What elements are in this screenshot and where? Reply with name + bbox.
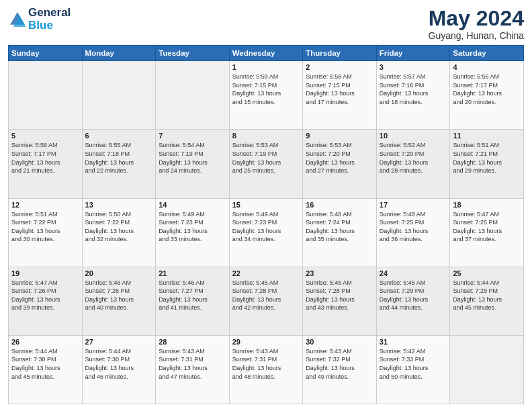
day-number: 13 (85, 201, 153, 209)
subtitle: Guyang, Hunan, China (429, 30, 524, 41)
day-number: 26 (11, 338, 79, 346)
calendar-cell (156, 61, 230, 130)
logo-line1: General (28, 7, 71, 19)
day-info: Sunrise: 5:51 AM Sunset: 7:22 PM Dayligh… (11, 210, 79, 244)
day-number: 24 (380, 269, 447, 277)
calendar-cell: 5Sunrise: 5:56 AM Sunset: 7:17 PM Daylig… (9, 130, 83, 198)
day-number: 31 (380, 338, 447, 346)
day-number: 11 (453, 132, 521, 140)
day-info: Sunrise: 5:49 AM Sunset: 7:23 PM Dayligh… (159, 210, 226, 244)
day-number: 15 (232, 201, 300, 209)
day-info: Sunrise: 5:53 AM Sunset: 7:19 PM Dayligh… (232, 141, 300, 175)
day-info: Sunrise: 5:42 AM Sunset: 7:33 PM Dayligh… (380, 347, 447, 381)
calendar-cell: 6Sunrise: 5:55 AM Sunset: 7:18 PM Daylig… (82, 130, 156, 198)
day-info: Sunrise: 5:46 AM Sunset: 7:27 PM Dayligh… (159, 279, 226, 312)
calendar-cell: 12Sunrise: 5:51 AM Sunset: 7:22 PM Dayli… (9, 198, 83, 267)
calendar-cell: 27Sunrise: 5:44 AM Sunset: 7:30 PM Dayli… (82, 335, 156, 404)
calendar-cell: 7Sunrise: 5:54 AM Sunset: 7:19 PM Daylig… (156, 130, 230, 198)
calendar-cell (82, 61, 156, 130)
day-number: 27 (85, 338, 153, 346)
day-info: Sunrise: 5:51 AM Sunset: 7:21 PM Dayligh… (453, 141, 521, 175)
calendar-cell: 10Sunrise: 5:52 AM Sunset: 7:20 PM Dayli… (376, 130, 450, 198)
calendar-cell: 22Sunrise: 5:45 AM Sunset: 7:28 PM Dayli… (229, 267, 303, 335)
calendar-cell: 11Sunrise: 5:51 AM Sunset: 7:21 PM Dayli… (450, 130, 524, 198)
weekday-header-thursday: Thursday (303, 46, 377, 61)
day-info: Sunrise: 5:48 AM Sunset: 7:25 PM Dayligh… (380, 210, 447, 244)
calendar-cell: 29Sunrise: 5:43 AM Sunset: 7:31 PM Dayli… (229, 335, 303, 404)
calendar-week-4: 19Sunrise: 5:47 AM Sunset: 7:26 PM Dayli… (9, 267, 524, 335)
calendar-cell: 28Sunrise: 5:43 AM Sunset: 7:31 PM Dayli… (156, 335, 230, 404)
header: General Blue May 2024 Guyang, Hunan, Chi… (8, 7, 524, 41)
day-info: Sunrise: 5:54 AM Sunset: 7:19 PM Dayligh… (159, 141, 226, 175)
day-info: Sunrise: 5:43 AM Sunset: 7:32 PM Dayligh… (306, 347, 373, 381)
day-number: 10 (380, 132, 447, 140)
calendar-cell: 16Sunrise: 5:48 AM Sunset: 7:24 PM Dayli… (303, 198, 377, 267)
day-number: 6 (85, 132, 153, 140)
calendar-cell: 19Sunrise: 5:47 AM Sunset: 7:26 PM Dayli… (9, 267, 83, 335)
calendar-table: SundayMondayTuesdayWednesdayThursdayFrid… (8, 45, 524, 404)
day-number: 25 (453, 269, 521, 277)
day-info: Sunrise: 5:43 AM Sunset: 7:31 PM Dayligh… (159, 347, 226, 381)
weekday-header-friday: Friday (376, 46, 450, 61)
day-number: 1 (232, 63, 300, 71)
day-number: 3 (380, 63, 447, 71)
logo-icon (8, 10, 27, 29)
calendar-cell: 3Sunrise: 5:57 AM Sunset: 7:16 PM Daylig… (376, 61, 450, 130)
day-info: Sunrise: 5:55 AM Sunset: 7:18 PM Dayligh… (85, 141, 153, 175)
day-info: Sunrise: 5:46 AM Sunset: 7:26 PM Dayligh… (85, 279, 153, 312)
day-info: Sunrise: 5:53 AM Sunset: 7:20 PM Dayligh… (306, 141, 373, 175)
day-info: Sunrise: 5:50 AM Sunset: 7:22 PM Dayligh… (85, 210, 153, 244)
calendar-cell: 24Sunrise: 5:45 AM Sunset: 7:29 PM Dayli… (376, 267, 450, 335)
day-info: Sunrise: 5:45 AM Sunset: 7:28 PM Dayligh… (306, 279, 373, 312)
calendar-week-2: 5Sunrise: 5:56 AM Sunset: 7:17 PM Daylig… (9, 130, 524, 198)
day-info: Sunrise: 5:43 AM Sunset: 7:31 PM Dayligh… (232, 347, 300, 381)
day-number: 29 (232, 338, 300, 346)
day-info: Sunrise: 5:44 AM Sunset: 7:30 PM Dayligh… (85, 347, 153, 381)
day-number: 30 (306, 338, 373, 346)
calendar-cell: 14Sunrise: 5:49 AM Sunset: 7:23 PM Dayli… (156, 198, 230, 267)
day-info: Sunrise: 5:52 AM Sunset: 7:20 PM Dayligh… (380, 141, 447, 175)
calendar-cell: 8Sunrise: 5:53 AM Sunset: 7:19 PM Daylig… (229, 130, 303, 198)
day-info: Sunrise: 5:47 AM Sunset: 7:26 PM Dayligh… (11, 279, 79, 312)
day-number: 8 (232, 132, 300, 140)
calendar-cell: 21Sunrise: 5:46 AM Sunset: 7:27 PM Dayli… (156, 267, 230, 335)
calendar-cell: 26Sunrise: 5:44 AM Sunset: 7:30 PM Dayli… (9, 335, 83, 404)
calendar-cell: 18Sunrise: 5:47 AM Sunset: 7:25 PM Dayli… (450, 198, 524, 267)
day-info: Sunrise: 5:58 AM Sunset: 7:15 PM Dayligh… (306, 73, 373, 106)
calendar-cell: 17Sunrise: 5:48 AM Sunset: 7:25 PM Dayli… (376, 198, 450, 267)
day-info: Sunrise: 5:44 AM Sunset: 7:30 PM Dayligh… (11, 347, 79, 381)
day-info: Sunrise: 5:45 AM Sunset: 7:29 PM Dayligh… (380, 279, 447, 312)
day-number: 22 (232, 269, 300, 277)
calendar-cell: 30Sunrise: 5:43 AM Sunset: 7:32 PM Dayli… (303, 335, 377, 404)
main-title: May 2024 (429, 7, 524, 30)
weekday-header-saturday: Saturday (450, 46, 524, 61)
calendar-cell: 9Sunrise: 5:53 AM Sunset: 7:20 PM Daylig… (303, 130, 377, 198)
day-info: Sunrise: 5:56 AM Sunset: 7:17 PM Dayligh… (11, 141, 79, 175)
calendar-cell (9, 61, 83, 130)
day-number: 5 (11, 132, 79, 140)
day-info: Sunrise: 5:59 AM Sunset: 7:15 PM Dayligh… (232, 73, 300, 106)
day-info: Sunrise: 5:47 AM Sunset: 7:25 PM Dayligh… (453, 210, 521, 244)
day-number: 16 (306, 201, 373, 209)
day-number: 4 (453, 63, 521, 71)
day-number: 7 (159, 132, 226, 140)
day-info: Sunrise: 5:44 AM Sunset: 7:29 PM Dayligh… (453, 279, 521, 312)
calendar-cell: 1Sunrise: 5:59 AM Sunset: 7:15 PM Daylig… (229, 61, 303, 130)
day-number: 18 (453, 201, 521, 209)
day-number: 19 (11, 269, 79, 277)
page: General Blue May 2024 Guyang, Hunan, Chi… (0, 0, 532, 411)
calendar-cell: 15Sunrise: 5:49 AM Sunset: 7:23 PM Dayli… (229, 198, 303, 267)
day-number: 2 (306, 63, 373, 71)
day-number: 12 (11, 201, 79, 209)
title-block: May 2024 Guyang, Hunan, China (429, 7, 524, 41)
calendar-cell: 23Sunrise: 5:45 AM Sunset: 7:28 PM Dayli… (303, 267, 377, 335)
day-info: Sunrise: 5:48 AM Sunset: 7:24 PM Dayligh… (306, 210, 373, 244)
calendar-cell: 31Sunrise: 5:42 AM Sunset: 7:33 PM Dayli… (376, 335, 450, 404)
calendar-cell: 25Sunrise: 5:44 AM Sunset: 7:29 PM Dayli… (450, 267, 524, 335)
day-info: Sunrise: 5:49 AM Sunset: 7:23 PM Dayligh… (232, 210, 300, 244)
calendar-week-5: 26Sunrise: 5:44 AM Sunset: 7:30 PM Dayli… (9, 335, 524, 404)
calendar-cell: 2Sunrise: 5:58 AM Sunset: 7:15 PM Daylig… (303, 61, 377, 130)
calendar-cell: 20Sunrise: 5:46 AM Sunset: 7:26 PM Dayli… (82, 267, 156, 335)
calendar-week-1: 1Sunrise: 5:59 AM Sunset: 7:15 PM Daylig… (9, 61, 524, 130)
day-number: 23 (306, 269, 373, 277)
